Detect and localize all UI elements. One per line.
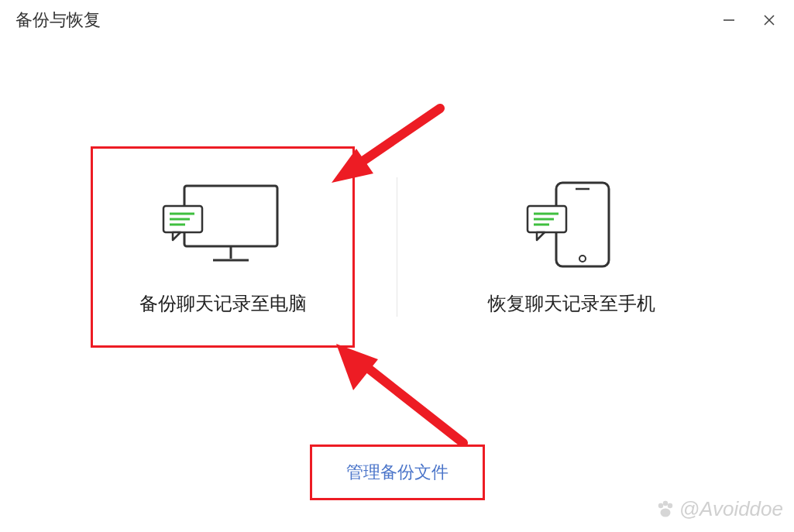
- window-title: 备份与恢复: [15, 9, 101, 32]
- manage-backup-wrap: 管理备份文件: [310, 444, 485, 500]
- svg-point-23: [658, 503, 662, 507]
- svg-point-13: [579, 256, 586, 262]
- svg-line-21: [355, 358, 463, 443]
- watermark: @Avoiddoe: [655, 497, 783, 521]
- vertical-divider: [397, 177, 397, 317]
- restore-to-phone-icon: [514, 178, 630, 271]
- svg-marker-7: [173, 232, 180, 240]
- svg-point-25: [667, 503, 672, 507]
- backup-to-pc-label: 备份聊天记录至电脑: [139, 291, 307, 316]
- svg-marker-15: [537, 232, 545, 240]
- options-row: 备份聊天记录至电脑 恢复聊天记录至手机: [0, 149, 794, 345]
- annotation-arrow-bottom: [308, 327, 479, 451]
- svg-point-26: [660, 508, 670, 517]
- watermark-paw-icon: [655, 499, 676, 520]
- window-controls: [720, 11, 779, 29]
- svg-marker-22: [336, 344, 378, 390]
- svg-point-24: [662, 500, 667, 505]
- backup-to-pc-icon: [157, 178, 289, 271]
- restore-to-phone-card[interactable]: 恢复聊天记录至手机: [442, 149, 701, 345]
- restore-to-phone-label: 恢复聊天记录至手机: [488, 291, 655, 316]
- close-icon: [762, 13, 776, 27]
- close-button[interactable]: [760, 11, 779, 29]
- backup-to-pc-card[interactable]: 备份聊天记录至电脑: [93, 149, 352, 345]
- manage-backup-button[interactable]: 管理备份文件: [310, 444, 485, 500]
- options-divider-wrap: [352, 149, 442, 345]
- watermark-text: @Avoiddoe: [679, 497, 783, 521]
- minimize-button[interactable]: [720, 11, 738, 29]
- minimize-icon: [722, 13, 736, 27]
- titlebar: 备份与恢复: [0, 0, 794, 40]
